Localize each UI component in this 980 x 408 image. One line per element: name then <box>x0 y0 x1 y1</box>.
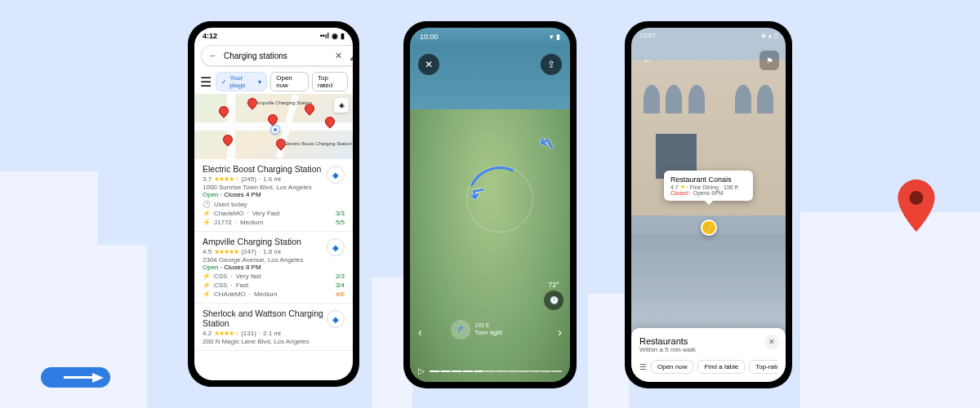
chip-top-rated[interactable]: Top-rated <box>749 360 777 374</box>
status-bar: 10:00 ▾▮ <box>410 28 570 46</box>
wifi-icon: ◈ <box>761 32 766 39</box>
playback-bar[interactable]: ▷ <box>418 366 562 375</box>
close-button[interactable]: ✕ <box>418 54 439 75</box>
battery-icon: ▮ <box>556 33 560 41</box>
search-results[interactable]: ◆ Electric Boost Charging Station 3.7★★★… <box>194 159 353 380</box>
status-bar: 12:57 ◈▴▯ <box>631 28 786 43</box>
wifi-icon: ◉ <box>332 32 338 40</box>
chip-find-table[interactable]: Find a table <box>697 360 745 374</box>
filter-icon[interactable]: ☰ <box>199 74 212 89</box>
user-location-dot <box>272 126 278 133</box>
back-icon[interactable]: ← <box>207 49 220 62</box>
search-input-container[interactable]: ← ✕ 🎤 <box>201 45 353 66</box>
result-title: Electric Boost Charging Station <box>203 164 345 174</box>
result-item[interactable]: ◆ Sherlock and Wattson Charging Station … <box>194 304 353 351</box>
business-card[interactable]: Restaurant Conais 4.7★·Fine Dining·190 f… <box>664 171 753 201</box>
map-label: Ampville Charging Station <box>256 100 312 105</box>
chip-top-rated[interactable]: Top rated <box>312 72 348 91</box>
clock-icon: 🕐 <box>203 201 211 208</box>
directions-button[interactable]: ◆ <box>327 238 345 256</box>
check-icon: ✓ <box>221 78 227 86</box>
svg-point-0 <box>910 191 924 205</box>
signal-icon: ••ıl <box>320 32 329 40</box>
business-marker[interactable]: 🍴 <box>701 220 717 236</box>
close-button[interactable]: ✕ <box>764 335 779 349</box>
map[interactable]: Ampville Charging Station Electric Boost… <box>194 94 353 159</box>
clear-icon[interactable]: ✕ <box>332 49 345 62</box>
chip-your-plugs[interactable]: ✓Your plugs▾ <box>216 72 267 91</box>
phone-maps-search: 4:12 ••ıl ◉ ▮ ← ✕ 🎤 ☰ ✓Your plugs▾ Open … <box>188 21 359 387</box>
prev-step-button[interactable]: ‹ <box>418 326 422 339</box>
search-input[interactable] <box>224 51 327 60</box>
decorative-pin <box>898 180 935 232</box>
directions-button[interactable]: ◆ <box>327 166 345 184</box>
phone-immersive-view: 10:00 ▾▮ ✕ ⇪ ↰ ↰ 72° 🕐 ‹ › ↱ 193 ft Turn… <box>403 21 577 388</box>
result-item[interactable]: ◆ Electric Boost Charging Station 3.7★★★… <box>194 159 353 232</box>
bolt-icon: ⚡ <box>203 273 211 280</box>
bolt-icon: ⚡ <box>203 282 211 289</box>
battery-icon: ▮ <box>341 32 345 40</box>
status-bar: 4:12 ••ıl ◉ ▮ <box>194 28 353 42</box>
mic-icon[interactable]: 🎤 <box>349 49 353 62</box>
stars-icon: ★★★★★ <box>214 248 238 255</box>
play-button[interactable]: ▷ <box>418 366 425 375</box>
stars-icon: ★★★★☆ <box>214 330 238 337</box>
nav-instruction: ↱ 193 ft Turn right <box>451 320 502 339</box>
map-label: Electric Boost Charging Station <box>284 141 352 146</box>
signal-icon: ▴ <box>768 32 772 39</box>
share-button[interactable]: ⇪ <box>541 54 562 75</box>
battery-icon: ▯ <box>774 32 777 39</box>
chevron-down-icon: ▾ <box>258 78 261 86</box>
layers-button[interactable]: ◈ <box>334 98 349 113</box>
bottom-sheet[interactable]: ✕ Restaurants Within a 5 min walk ☰ Open… <box>631 328 786 382</box>
phone-lens-view: 12:57 ◈▴▯ ← ⚑ Restaurant Conais 4.7★·Fin… <box>625 21 792 388</box>
chip-open-now[interactable]: Open now <box>651 360 693 374</box>
bolt-icon: ⚡ <box>203 219 211 226</box>
turn-right-icon: ↱ <box>451 320 470 339</box>
directions-button[interactable]: ◆ <box>327 310 345 328</box>
status-time: 4:12 <box>203 32 217 40</box>
next-step-button[interactable]: › <box>558 326 562 339</box>
wifi-icon: ▾ <box>550 33 554 41</box>
result-item[interactable]: ◆ Ampville Charging Station 4.5★★★★★(247… <box>194 232 353 304</box>
filter-icon[interactable]: ☰ <box>639 362 647 371</box>
back-button[interactable]: ← <box>638 51 657 70</box>
bolt-icon: ⚡ <box>203 210 211 217</box>
weather-widget[interactable]: 72° 🕐 <box>544 281 564 310</box>
star-icon: ★ <box>680 184 685 190</box>
chip-open-now[interactable]: Open now <box>270 72 309 91</box>
bolt-icon: ⚡ <box>203 290 211 298</box>
report-button[interactable]: ⚑ <box>760 51 779 70</box>
status-time: 10:00 <box>420 33 439 41</box>
stars-icon: ★★★★☆ <box>214 175 238 183</box>
decorative-arrow <box>41 367 110 388</box>
status-time: 12:57 <box>639 32 656 39</box>
time-icon: 🕐 <box>544 290 564 310</box>
